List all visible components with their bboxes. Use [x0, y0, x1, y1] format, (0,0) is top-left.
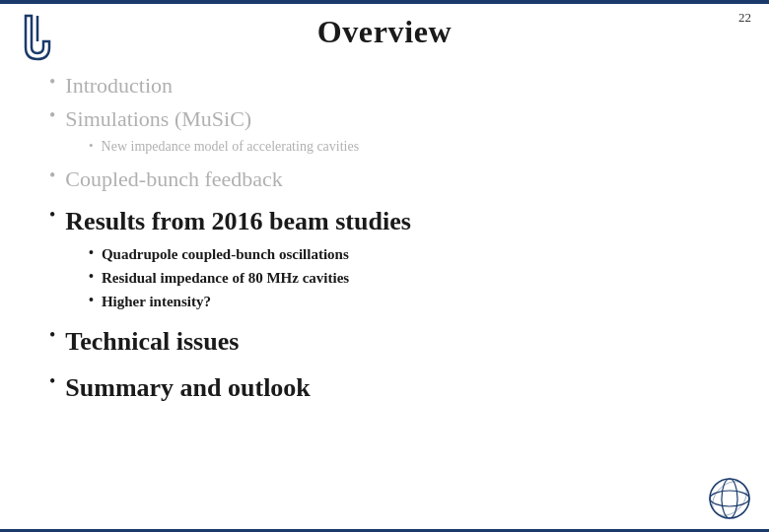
results-text: Results from 2016 beam studies: [65, 204, 411, 238]
introduction-text: Introduction: [65, 71, 173, 100]
bullet-technical: •: [49, 324, 55, 347]
bullet-introduction: •: [49, 71, 55, 94]
higher-text: Higher intensity?: [102, 292, 211, 312]
coupled-text: Coupled-bunch feedback: [65, 165, 283, 194]
bullet-quadrupole: •: [89, 244, 94, 262]
item-residual: • Residual impedance of 80 MHz cavities: [89, 268, 739, 289]
slide-title: Overview: [0, 14, 769, 50]
item-quadrupole: • Quadrupole coupled-bunch oscillations: [89, 244, 739, 265]
bullet-results: •: [49, 204, 55, 227]
page-number: 22: [738, 10, 751, 26]
content-area: • Introduction • Simulations (MuSiC) • N…: [49, 71, 739, 483]
item-introduction: • Introduction: [49, 71, 739, 100]
impedance-text: New impedance model of accelerating cavi…: [102, 137, 360, 157]
svg-point-3: [708, 477, 751, 520]
item-coupled: • Coupled-bunch feedback: [49, 165, 739, 194]
simulations-text: Simulations (MuSiC): [65, 104, 251, 134]
bullet-simulations: •: [49, 104, 55, 127]
top-border: [0, 0, 769, 4]
quadrupole-text: Quadrupole coupled-bunch oscillations: [102, 244, 349, 265]
item-results: • Results from 2016 beam studies: [49, 204, 739, 238]
bullet-impedance: •: [89, 137, 94, 155]
bullet-residual: •: [89, 268, 94, 286]
svg-point-2: [710, 491, 749, 506]
cern-logo-bottom: [708, 477, 751, 520]
bullet-higher: •: [89, 292, 94, 309]
svg-point-1: [722, 479, 737, 518]
item-simulations: • Simulations (MuSiC): [49, 104, 739, 134]
technical-text: Technical issues: [65, 324, 239, 359]
slide: Overview 22 • Introduction • Simulations…: [0, 0, 769, 532]
summary-text: Summary and outlook: [65, 370, 311, 405]
residual-text: Residual impedance of 80 MHz cavities: [102, 268, 349, 289]
item-summary: • Summary and outlook: [49, 370, 739, 405]
item-higher: • Higher intensity?: [89, 292, 739, 312]
bullet-coupled: •: [49, 165, 55, 187]
item-technical: • Technical issues: [49, 324, 739, 359]
item-impedance: • New impedance model of accelerating ca…: [89, 137, 739, 157]
bullet-summary: •: [49, 370, 55, 393]
